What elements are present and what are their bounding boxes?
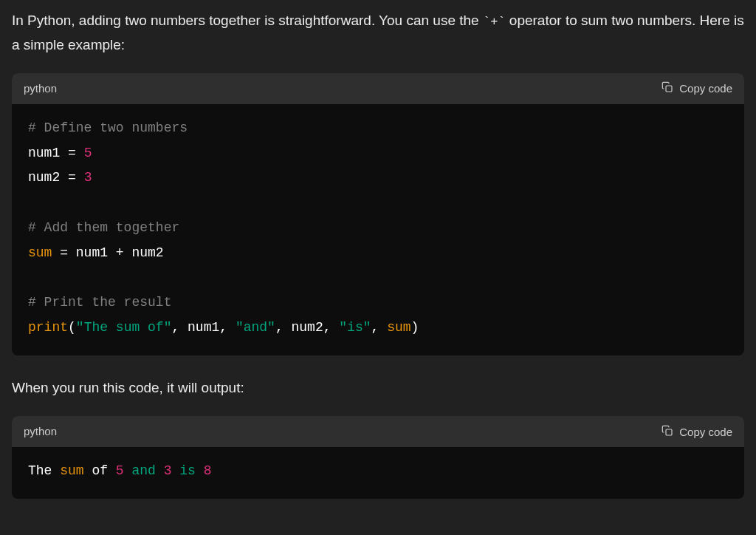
code-text: , xyxy=(371,320,388,335)
code-keyword: is xyxy=(179,463,196,478)
code-number: 3 xyxy=(164,463,172,478)
code-comment: # Print the result xyxy=(28,295,171,310)
code-language-label: python xyxy=(24,79,57,98)
code-string: "The sum of" xyxy=(76,320,172,335)
code-comment: # Define two numbers xyxy=(28,120,188,135)
code-keyword: and xyxy=(131,463,155,478)
code-string: "and" xyxy=(236,320,275,335)
code-builtin: sum xyxy=(28,245,52,260)
code-text xyxy=(196,463,204,478)
code-block-output: python Copy code The sum of 5 and 3 is 8 xyxy=(12,416,744,498)
code-text: num2 = xyxy=(28,170,84,185)
code-text: , num2, xyxy=(275,320,339,335)
code-text xyxy=(172,463,180,478)
copy-code-button[interactable]: Copy code xyxy=(662,81,732,95)
code-text xyxy=(156,463,164,478)
copy-code-button[interactable]: Copy code xyxy=(662,425,732,439)
code-text: num1 = xyxy=(28,146,84,160)
code-builtin: sum xyxy=(60,463,83,478)
code-number: 8 xyxy=(204,463,212,478)
code-number: 5 xyxy=(116,463,124,478)
code-text: ( xyxy=(68,320,76,335)
intro-text-part1: In Python, adding two numbers together i… xyxy=(12,13,483,28)
code-comment: # Add them together xyxy=(28,220,179,235)
copy-icon xyxy=(662,81,673,95)
code-content[interactable]: The sum of 5 and 3 is 8 xyxy=(12,447,744,499)
code-text: of xyxy=(84,463,116,478)
code-string: "is" xyxy=(339,320,371,335)
code-builtin: print xyxy=(28,320,68,335)
intro-paragraph: In Python, adding two numbers together i… xyxy=(12,9,744,57)
code-number: 5 xyxy=(84,146,92,160)
svg-rect-1 xyxy=(666,429,672,435)
code-text: The xyxy=(28,463,60,478)
copy-code-label: Copy code xyxy=(679,426,732,438)
outro-paragraph: When you run this code, it will output: xyxy=(12,376,744,400)
code-builtin: sum xyxy=(387,320,410,335)
svg-rect-0 xyxy=(666,86,672,92)
code-number: 3 xyxy=(84,170,92,185)
code-text xyxy=(124,463,132,478)
copy-icon xyxy=(662,425,673,439)
code-header: python Copy code xyxy=(12,416,744,447)
code-language-label: python xyxy=(24,422,57,441)
copy-code-label: Copy code xyxy=(679,82,732,95)
code-header: python Copy code xyxy=(12,73,744,104)
code-text: = num1 + num2 xyxy=(52,245,163,260)
code-content[interactable]: # Define two numbers num1 = 5 num2 = 3 #… xyxy=(12,104,744,355)
code-text: ) xyxy=(411,320,419,335)
code-text: , num1, xyxy=(171,320,235,335)
code-block-example: python Copy code # Define two numbers nu… xyxy=(12,73,744,355)
inline-code-plus: `+` xyxy=(483,15,506,29)
